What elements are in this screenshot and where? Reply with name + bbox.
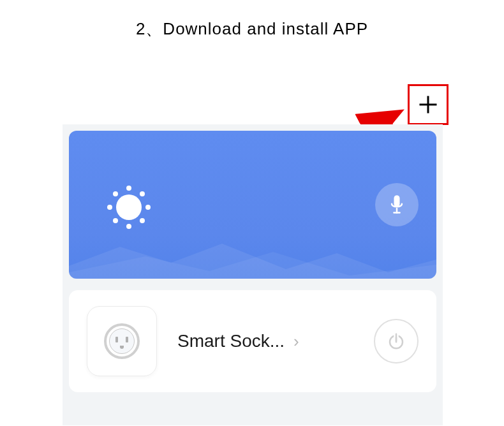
power-toggle-button[interactable] [374, 319, 419, 364]
device-list-item[interactable]: Smart Sock... › [69, 290, 436, 392]
svg-point-8 [107, 205, 112, 210]
app-screenshot: Smart Sock... › [63, 124, 443, 425]
microphone-icon [388, 194, 406, 216]
plus-icon [417, 93, 440, 116]
svg-point-5 [116, 195, 142, 220]
chevron-right-icon: › [293, 332, 299, 351]
svg-point-6 [126, 186, 131, 191]
svg-point-13 [140, 218, 145, 223]
smart-socket-icon [104, 323, 140, 359]
device-icon-container [87, 306, 157, 376]
power-icon [387, 332, 406, 351]
instruction-title: 2、Download and install APP [0, 0, 504, 40]
svg-point-11 [140, 191, 145, 196]
device-name-text: Smart Sock... [177, 331, 285, 351]
weather-header-card [69, 131, 436, 279]
device-name-row: Smart Sock... › [177, 331, 374, 351]
mountain-decoration [69, 240, 436, 279]
svg-point-9 [145, 205, 151, 210]
svg-rect-14 [394, 195, 399, 207]
svg-point-12 [113, 218, 118, 223]
svg-point-10 [113, 191, 118, 196]
voice-button[interactable] [375, 183, 419, 226]
add-button-highlight [408, 84, 448, 125]
svg-point-7 [126, 224, 131, 229]
sun-weather-icon [102, 180, 156, 234]
